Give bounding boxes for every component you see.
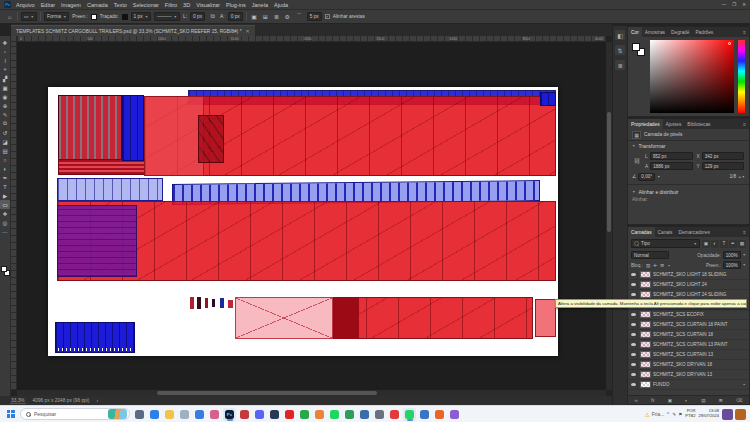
menu-item[interactable]: Texto bbox=[114, 2, 127, 8]
window-control-button[interactable]: — bbox=[722, 2, 727, 7]
panel-tab[interactable]: Camadas bbox=[628, 227, 655, 237]
panel-tab[interactable]: Amostras bbox=[642, 27, 668, 37]
layer-visibility-eye-icon[interactable] bbox=[630, 361, 638, 369]
path-operation-icon[interactable]: ≣ bbox=[272, 12, 281, 21]
taskbar-app-photoshop[interactable]: Ps bbox=[223, 408, 236, 421]
layer-thumbnail[interactable] bbox=[640, 321, 651, 328]
tray-warning[interactable]: ⚠ Fria... bbox=[644, 411, 664, 418]
width-field[interactable]: 952 px bbox=[650, 152, 693, 160]
tool-zoom[interactable]: ◎ bbox=[0, 218, 10, 227]
window-control-button[interactable]: ❐ bbox=[732, 2, 736, 7]
layer-visibility-eye-icon[interactable] bbox=[630, 311, 638, 319]
tool-eyedropper[interactable]: ◉ bbox=[0, 92, 10, 101]
menu-item[interactable]: Janela bbox=[252, 2, 268, 8]
tool-lasso[interactable]: ⌇ bbox=[0, 56, 10, 65]
zoom-level-field[interactable]: 33,3% bbox=[10, 398, 26, 404]
layer-thumbnail[interactable] bbox=[640, 381, 651, 388]
layer-row[interactable]: SCHMITZ_SCS CURTAIN 18 bbox=[628, 330, 749, 340]
layers-action-icon[interactable]: ⊞ bbox=[719, 398, 723, 403]
layers-action-icon[interactable]: ⌫ bbox=[736, 398, 743, 403]
layer-thumbnail[interactable] bbox=[640, 341, 651, 348]
layer-thumbnail[interactable] bbox=[640, 361, 651, 368]
layer-row[interactable]: SCHMITZ_SKO LIGHT 24 bbox=[628, 280, 749, 290]
layer-visibility-eye-icon[interactable] bbox=[630, 381, 638, 389]
panel-tab[interactable]: Cor bbox=[628, 27, 642, 37]
taskbar-app-task-view[interactable] bbox=[133, 408, 146, 421]
align-edges-checkbox[interactable]: ✓ bbox=[325, 14, 330, 19]
x-field[interactable]: 342 px bbox=[702, 152, 744, 160]
close-tab-icon[interactable]: ✕ bbox=[246, 29, 250, 34]
ratio-stepper[interactable]: ▲▼ bbox=[738, 175, 745, 179]
y-field[interactable]: 129 px bbox=[702, 162, 744, 170]
layer-thumbnail[interactable] bbox=[640, 291, 651, 298]
taskbar-app-vlc[interactable] bbox=[313, 408, 326, 421]
taskbar-app-steam[interactable] bbox=[268, 408, 281, 421]
panel-tab[interactable]: Padrões bbox=[692, 27, 716, 37]
layer-visibility-eye-icon[interactable] bbox=[630, 341, 638, 349]
link-dimensions-icon[interactable]: ⧉ bbox=[208, 12, 217, 21]
layer-visibility-eye-icon[interactable] bbox=[630, 291, 638, 299]
lock-icon[interactable]: ▨ bbox=[645, 262, 652, 269]
layer-filter-icon[interactable]: ▣ bbox=[702, 240, 710, 248]
menu-item[interactable]: Ajuda bbox=[274, 2, 288, 8]
layer-visibility-eye-icon[interactable] bbox=[630, 271, 638, 279]
layers-action-icon[interactable]: ▤ bbox=[701, 398, 705, 403]
window-control-button[interactable]: ✕ bbox=[742, 2, 746, 7]
tool-more[interactable]: ⋯ bbox=[0, 227, 10, 236]
stroke-swatch[interactable] bbox=[122, 14, 128, 20]
layer-row[interactable]: SCHMITZ_SCS ECOFIX bbox=[628, 310, 749, 320]
tool-history-brush[interactable]: ↺ bbox=[0, 128, 10, 137]
foreground-background-swatches[interactable] bbox=[1, 266, 10, 276]
taskbar-app-spotify[interactable] bbox=[328, 408, 341, 421]
color-fg-bg-swatches[interactable] bbox=[632, 43, 645, 56]
layer-filter-icon[interactable]: T bbox=[720, 240, 728, 248]
document-tab[interactable]: TEMPLATES SCHMITZ CARGOBULL TRAILERS.psd… bbox=[11, 25, 255, 36]
collapsed-panel-icon[interactable]: ⇅ bbox=[615, 45, 625, 55]
taskbar-app-purple[interactable] bbox=[448, 408, 461, 421]
taskbar-app-file-explorer[interactable] bbox=[163, 408, 176, 421]
layer-visibility-eye-icon[interactable] bbox=[630, 331, 638, 339]
tray-app-2[interactable] bbox=[735, 409, 746, 420]
layers-action-icon[interactable]: fx bbox=[651, 398, 655, 403]
taskbar-app-youtube[interactable] bbox=[283, 408, 296, 421]
taskbar-app-discord[interactable] bbox=[253, 408, 266, 421]
tool-mode-select[interactable]: Forma▼ bbox=[44, 12, 69, 21]
panel-tab[interactable]: Degradê bbox=[668, 27, 692, 37]
taskbar-app-opera[interactable] bbox=[388, 408, 401, 421]
tool-hand[interactable]: ❖ bbox=[0, 209, 10, 218]
tool-rectangle[interactable]: ▭ bbox=[0, 200, 10, 209]
path-operation-icon[interactable]: ⚙ bbox=[283, 12, 292, 21]
panel-tab[interactable]: Demarcadores bbox=[675, 227, 712, 237]
layer-filter-icon[interactable]: ▦ bbox=[738, 240, 746, 248]
tray-icon[interactable]: ⚑ bbox=[678, 412, 682, 417]
layer-row[interactable]: SCHMITZ_SKO DRYVAN 13 bbox=[628, 370, 749, 380]
tool-clone-stamp[interactable]: ⧉ bbox=[0, 119, 10, 128]
layer-row[interactable]: SCHMITZ_SCS CURTAIN 13 bbox=[628, 350, 749, 360]
panel-tab[interactable]: Canais bbox=[655, 227, 676, 237]
align-section-header[interactable]: ▼Alinhar e distribuir bbox=[628, 187, 749, 197]
layer-thumbnail[interactable] bbox=[640, 281, 651, 288]
corner-radius-field[interactable]: 5 px bbox=[307, 12, 322, 21]
taskbar-search[interactable]: Pesquisar bbox=[20, 408, 130, 420]
lock-icon[interactable]: ✛ bbox=[652, 262, 659, 269]
taskbar-app-mail[interactable] bbox=[193, 408, 206, 421]
home-icon[interactable]: ⌂ bbox=[5, 12, 14, 21]
lock-icon[interactable]: ⊞ bbox=[659, 262, 666, 269]
blend-mode-select[interactable]: Normal bbox=[631, 251, 669, 259]
status-arrow-icon[interactable]: › bbox=[96, 398, 98, 403]
tool-move[interactable]: ✚ bbox=[0, 38, 10, 47]
menu-item[interactable]: Plug-ins bbox=[226, 2, 246, 8]
layer-thumbnail[interactable] bbox=[640, 351, 651, 358]
layer-thumbnail[interactable] bbox=[640, 271, 651, 278]
layer-filter-icon[interactable]: ◐ bbox=[711, 240, 719, 248]
ratio-value[interactable]: 1/8 bbox=[729, 174, 736, 179]
canvas-viewport[interactable] bbox=[17, 42, 606, 390]
panel-menu-icon[interactable]: ≡ bbox=[740, 119, 749, 129]
taskbar-app-blue-eye[interactable] bbox=[358, 408, 371, 421]
panel-menu-icon[interactable]: ≡ bbox=[740, 27, 749, 37]
menu-item[interactable]: Editar bbox=[41, 2, 55, 8]
clock[interactable]: 13:08 29/07/2024 bbox=[699, 409, 720, 418]
menu-item[interactable]: Visualizar bbox=[196, 2, 220, 8]
tool-object-selection[interactable]: ⌖ bbox=[0, 65, 10, 74]
layer-row[interactable]: SCHMITZ_SCS CURTAIN 13 PAINT bbox=[628, 340, 749, 350]
